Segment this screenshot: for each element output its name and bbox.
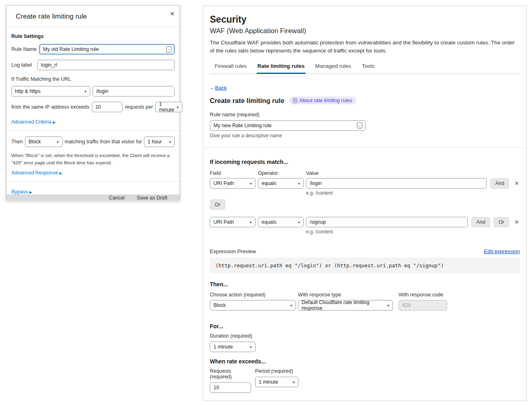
for-section: For... Duration (required) 1 minute ▾ <box>210 323 520 352</box>
form-title: Create rate limiting rule <box>210 97 284 105</box>
period-select[interactable]: 1 minute ▾ <box>255 377 298 387</box>
response-type-column: With response type Default Cloudflare ra… <box>298 292 393 311</box>
and-button[interactable]: And <box>471 217 490 227</box>
modal-body: Rule Settings Rule Name ↓ Log label If T… <box>6 27 179 195</box>
chevron-down-icon: ▾ <box>298 220 300 225</box>
rule-name-input[interactable] <box>210 120 365 131</box>
then-section: Then... Choose action (required) Block ▾… <box>210 281 520 311</box>
condition-row: URI Path ▾ equals ▾ And Or ✕ <box>210 217 520 227</box>
threshold-row: from the same IP address exceeds request… <box>11 102 175 112</box>
rule-name-field-wrap: ↓ <box>39 44 175 55</box>
response-code-input <box>399 300 447 311</box>
scheme-select[interactable]: http & https ▾ <box>11 86 90 97</box>
save-as-draft-button[interactable]: Save as Draft <box>137 195 167 201</box>
operator-select[interactable]: equals ▾ <box>258 178 304 189</box>
chevron-down-icon: ▾ <box>387 303 389 308</box>
or-button[interactable]: Or <box>494 217 509 227</box>
remove-condition-icon[interactable]: ✕ <box>514 180 519 186</box>
autofill-icon[interactable]: ↓ <box>357 122 362 128</box>
period-select[interactable]: 1 minute ▾ <box>155 102 182 112</box>
advanced-response-link[interactable]: Advanced Response ▶ <box>11 170 62 176</box>
form-title-row: Create rate limiting rule About rate lim… <box>210 97 520 105</box>
close-icon[interactable]: ✕ <box>170 10 175 17</box>
log-label-label: Log label <box>11 62 35 68</box>
triangle-right-icon: ▶ <box>53 120 56 124</box>
or-button[interactable]: Or <box>210 199 225 210</box>
match-section: If incoming requests match... Field Oper… <box>210 159 520 235</box>
chevron-down-icon: ▾ <box>293 380 295 384</box>
chevron-down-icon: ▾ <box>169 140 171 144</box>
cancel-button[interactable]: Cancel <box>109 195 125 201</box>
url-input[interactable] <box>93 86 175 97</box>
log-label-input[interactable] <box>37 60 175 70</box>
then-row: Then Block ▾ matching traffic from that … <box>11 136 175 147</box>
action-select[interactable]: Block ▾ <box>25 136 63 147</box>
rate-controls: Requests (required) Period (required) 1 … <box>210 365 520 393</box>
rate-section: When rate exceeds... Requests (required)… <box>210 358 520 393</box>
response-type-select[interactable]: Default Cloudflare rate limiting respons… <box>298 300 393 311</box>
duration-select[interactable]: 1 minute ▾ <box>210 342 255 352</box>
value-input[interactable] <box>306 178 487 189</box>
modal-header: Create rate limiting rule ✕ <box>6 6 179 27</box>
tab-managed-rules[interactable]: Managed rules <box>315 61 352 74</box>
value-hint: e.g. /content <box>306 229 520 235</box>
about-rate-limiting-badge[interactable]: About rate limiting rules <box>289 97 356 105</box>
remove-condition-icon[interactable]: ✕ <box>514 219 519 225</box>
bypass-link[interactable]: Bypass ▶ <box>11 189 32 195</box>
divider <box>6 130 179 131</box>
and-button[interactable]: And <box>490 178 509 189</box>
waf-description: The Cloudflare WAF provides both automat… <box>210 39 520 55</box>
choose-action-label: Choose action (required) <box>210 292 296 298</box>
document-icon <box>293 98 297 103</box>
requests-suffix: requests per <box>125 104 153 110</box>
triangle-right-icon: ▶ <box>59 171 62 175</box>
or-connector: Or <box>210 199 520 210</box>
back-link[interactable]: ←Back <box>210 85 227 91</box>
action-column: Choose action (required) Block ▾ <box>210 292 296 311</box>
edit-expression-link[interactable]: Edit expression <box>484 248 520 254</box>
waf-panel: Security WAF (Web Application Firewall) … <box>203 6 527 401</box>
period-column: Period (required) 1 minute ▾ <box>255 365 298 393</box>
block-duration-select[interactable]: 1 hour ▾ <box>144 136 175 147</box>
autofill-icon[interactable]: ↓ <box>166 46 171 52</box>
rule-name-hint: Give your rule a descriptive name <box>210 133 520 138</box>
tab-rate-limiting-rules[interactable]: Rate limiting rules <box>257 61 306 74</box>
waf-tabs: Firewall rules Rate limiting rules Manag… <box>210 61 520 74</box>
response-code-label: With response code <box>399 292 447 298</box>
tab-tools[interactable]: Tools <box>361 61 376 74</box>
requests-input[interactable] <box>210 382 251 393</box>
exceeds-prefix: from the same IP address exceeds <box>11 104 89 110</box>
condition-column-labels: Field Operator Value <box>210 170 520 176</box>
operator-select[interactable]: equals ▾ <box>258 217 304 227</box>
chevron-down-icon: ▾ <box>57 140 59 144</box>
rule-name-label: Rule Name <box>11 46 37 52</box>
field-select[interactable]: URI Path ▾ <box>210 217 255 227</box>
expression-preview-label: Expression Preview <box>210 248 256 254</box>
rule-name-field-wrap: ↓ <box>210 120 365 131</box>
period-label: Period (required) <box>255 368 298 374</box>
field-select[interactable]: URI Path ▾ <box>210 178 255 189</box>
value-input[interactable] <box>306 217 468 227</box>
traffic-matching-heading: If Traffic Matching the URL <box>11 76 175 82</box>
response-code-column: With response code <box>399 292 447 311</box>
page-title: Security <box>210 14 520 25</box>
value-label: Value <box>306 170 319 176</box>
divider <box>203 147 526 148</box>
divider <box>6 181 179 182</box>
condition-row: URI Path ▾ equals ▾ And ✕ <box>210 178 520 189</box>
requests-count-input[interactable] <box>92 102 122 112</box>
chevron-down-icon: ▾ <box>250 345 252 349</box>
triangle-right-icon: ▶ <box>29 190 32 194</box>
action-select[interactable]: Block ▾ <box>210 300 296 311</box>
back-arrow-icon: ← <box>210 85 215 91</box>
rule-settings-heading: Rule Settings <box>11 34 175 39</box>
chevron-down-icon: ▾ <box>250 181 252 186</box>
rule-name-label: Rule name (required) <box>210 111 260 118</box>
field-label: Field <box>210 170 258 176</box>
expression-section: Expression Preview Edit expression (http… <box>210 248 520 273</box>
rate-heading: When rate exceeds... <box>210 358 520 365</box>
tab-firewall-rules[interactable]: Firewall rules <box>214 61 248 74</box>
rule-name-section: Rule name (required) ↓ Give your rule a … <box>210 111 520 138</box>
rule-name-input[interactable] <box>43 45 166 54</box>
advanced-criteria-link[interactable]: Advanced Criteria ▶ <box>11 119 56 125</box>
